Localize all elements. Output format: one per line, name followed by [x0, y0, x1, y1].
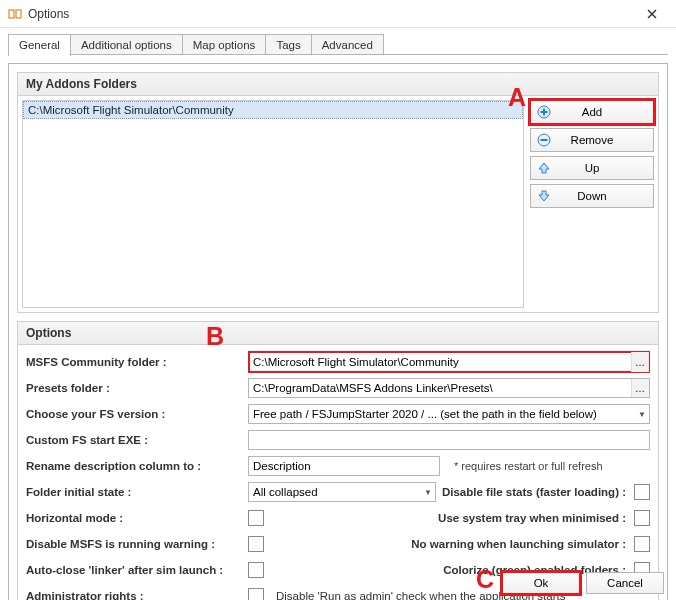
tab-advanced[interactable]: Advanced — [312, 34, 384, 55]
down-button[interactable]: Down — [530, 184, 654, 208]
tab-strip: General Additional options Map options T… — [0, 28, 676, 55]
remove-button[interactable]: Remove — [530, 128, 654, 152]
svg-rect-0 — [9, 10, 14, 18]
button-label: Add — [531, 106, 653, 118]
horizontal-checkbox[interactable] — [248, 510, 264, 526]
disable-stats-label: Disable file stats (faster loading) : — [442, 486, 626, 498]
folders-list[interactable]: C:\Microsoft Flight Simulator\Community — [22, 100, 524, 308]
community-label: MSFS Community folder : — [26, 356, 248, 368]
custom-exe-label: Custom FS start EXE : — [26, 434, 248, 446]
folder-state-select[interactable] — [248, 482, 436, 502]
window-title: Options — [28, 7, 69, 21]
horizontal-label: Horizontal mode : — [26, 512, 248, 524]
rename-label: Rename description column to : — [26, 460, 248, 472]
app-icon — [8, 7, 22, 21]
add-button[interactable]: Add — [530, 100, 654, 124]
cancel-button[interactable]: Cancel — [586, 572, 664, 594]
folders-group: My Addons Folders C:\Microsoft Flight Si… — [17, 72, 659, 313]
community-input[interactable] — [248, 351, 650, 373]
titlebar: Options — [0, 0, 676, 28]
tray-label: Use system tray when minimised : — [438, 512, 626, 524]
button-label: Remove — [531, 134, 653, 146]
button-label: Cancel — [607, 577, 643, 589]
folder-state-label: Folder initial state : — [26, 486, 248, 498]
rename-note: * requires restart or full refresh — [454, 460, 603, 472]
folder-path: C:\Microsoft Flight Simulator\Community — [28, 104, 234, 116]
disable-warn-checkbox[interactable] — [248, 536, 264, 552]
svg-rect-1 — [16, 10, 21, 18]
options-group: Options MSFS Community folder : … Preset… — [17, 321, 659, 600]
custom-exe-input[interactable] — [248, 430, 650, 450]
main-panel: My Addons Folders C:\Microsoft Flight Si… — [8, 63, 668, 600]
disable-warn-label: Disable MSFS is running warning : — [26, 538, 248, 550]
tab-label: General — [19, 39, 60, 51]
button-label: Down — [531, 190, 653, 202]
no-warning-checkbox[interactable] — [634, 536, 650, 552]
button-label: Ok — [534, 577, 549, 589]
tab-label: Map options — [193, 39, 256, 51]
button-label: Up — [531, 162, 653, 174]
folders-header: My Addons Folders — [18, 73, 658, 96]
tab-label: Advanced — [322, 39, 373, 51]
up-button[interactable]: Up — [530, 156, 654, 180]
version-label: Choose your FS version : — [26, 408, 248, 420]
options-header: Options — [18, 322, 658, 345]
close-button[interactable] — [636, 0, 668, 28]
browse-button[interactable]: … — [631, 352, 649, 372]
tab-map[interactable]: Map options — [183, 34, 267, 55]
version-select[interactable] — [248, 404, 650, 424]
disable-stats-checkbox[interactable] — [634, 484, 650, 500]
tab-tags[interactable]: Tags — [266, 34, 311, 55]
presets-input[interactable] — [248, 378, 650, 398]
tray-checkbox[interactable] — [634, 510, 650, 526]
tab-general[interactable]: General — [8, 34, 71, 56]
tab-label: Tags — [276, 39, 300, 51]
presets-label: Presets folder : — [26, 382, 248, 394]
folder-buttons: Add Remove Up — [530, 100, 654, 308]
browse-button[interactable]: … — [631, 379, 649, 397]
tab-additional[interactable]: Additional options — [71, 34, 183, 55]
ok-button[interactable]: Ok — [502, 572, 580, 594]
tab-label: Additional options — [81, 39, 172, 51]
folder-row[interactable]: C:\Microsoft Flight Simulator\Community — [23, 101, 523, 119]
no-warning-label: No warning when launching simulator : — [411, 538, 626, 550]
dialog-buttons: Ok Cancel — [0, 572, 676, 594]
rename-input[interactable] — [248, 456, 440, 476]
